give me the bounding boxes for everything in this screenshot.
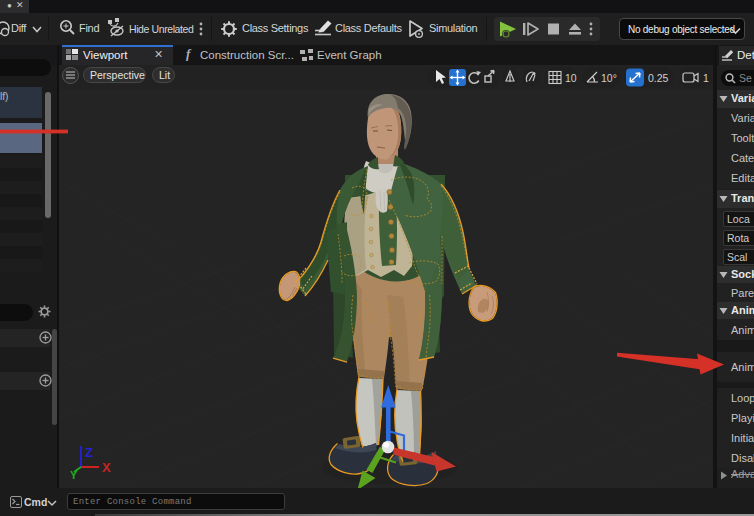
svg-text:Y: Y: [70, 469, 78, 481]
svg-text:10: 10: [565, 72, 577, 84]
svg-text:X: X: [102, 460, 111, 475]
svg-text:0.25: 0.25: [648, 72, 669, 84]
svg-text:Z: Z: [85, 445, 93, 460]
svg-text:10°: 10°: [601, 72, 617, 84]
svg-text:1: 1: [703, 72, 709, 84]
